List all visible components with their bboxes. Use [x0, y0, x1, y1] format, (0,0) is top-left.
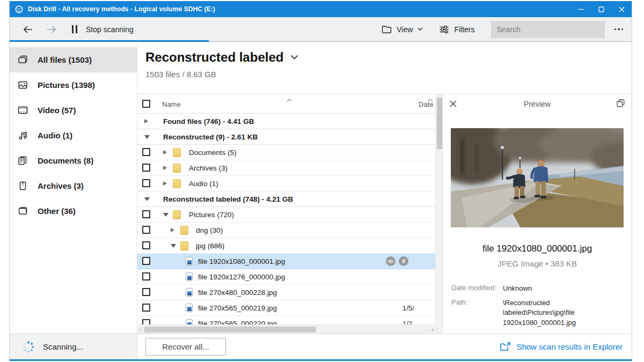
all-files-icon: [17, 54, 28, 65]
tree-group-row[interactable]: Reconstructed (9) - 2.61 KB: [137, 129, 435, 145]
horizontal-scrollbar[interactable]: ‹ ›: [137, 324, 435, 334]
sidebar-item-label: Documents (8): [38, 156, 93, 165]
row-checkbox[interactable]: [142, 288, 150, 296]
sidebar-item-label: Audio (1): [38, 131, 72, 140]
expand-arrow-icon[interactable]: [171, 228, 174, 232]
row-date: 1/5/: [402, 304, 414, 312]
files-summary: 1503 files / 8.63 GB: [145, 70, 632, 79]
sidebar-item-archives[interactable]: Archives (3): [10, 173, 137, 198]
sidebar-item-pictures[interactable]: Pictures (1398): [10, 72, 137, 98]
sort-asc-icon[interactable]: [428, 95, 433, 104]
horizontal-scrollbar-thumb[interactable]: [144, 327, 316, 333]
tree-row[interactable]: file 270x565_000219.jpg1/5/: [137, 300, 435, 316]
collapse-arrow-icon[interactable]: [144, 135, 150, 139]
sort-asc-icon[interactable]: [287, 95, 292, 104]
preview-detail-row: Path:\Reconstructed labeled\Pictures\jpg…: [451, 298, 623, 328]
detail-value: Unknown: [503, 284, 532, 293]
forward-button[interactable]: [46, 25, 57, 34]
row-label: Archives (3): [189, 164, 228, 172]
vertical-scrollbar[interactable]: [435, 94, 443, 334]
tree-row[interactable]: file 1920x1276_000000.jpg: [137, 269, 435, 285]
row-label: file 1920x1080_000001.jpg: [198, 257, 285, 265]
hash-icon[interactable]: #: [399, 256, 408, 266]
search-input[interactable]: [491, 21, 605, 38]
folder-icon: [173, 164, 181, 173]
tree-group-row[interactable]: Reconstructed labeled (748) - 4.21 GB: [137, 191, 435, 207]
name-column-header[interactable]: Name: [162, 100, 181, 108]
more-options-button[interactable]: [612, 28, 632, 31]
row-label: Documents (5): [189, 149, 237, 157]
row-checkbox[interactable]: [142, 257, 150, 265]
audio-icon: [17, 130, 28, 141]
recover-all-button[interactable]: Recover all...: [145, 338, 226, 356]
sidebar-item-audio[interactable]: Audio (1): [10, 123, 137, 148]
tree-row[interactable]: Audio (1): [137, 176, 435, 191]
row-checkbox[interactable]: [142, 148, 150, 156]
toolbar: Stop scanning View Filters: [10, 17, 632, 42]
app-window: Disk Drill - All recovery methods - Logi…: [9, 1, 632, 361]
scroll-right-arrow[interactable]: ›: [431, 327, 434, 332]
row-checkbox[interactable]: [142, 179, 150, 187]
maximize-button[interactable]: [591, 1, 611, 17]
row-checkbox[interactable]: [142, 272, 150, 280]
folder-icon: [173, 179, 181, 188]
row-checkbox[interactable]: [142, 241, 150, 249]
eye-icon[interactable]: [386, 256, 396, 266]
sidebar-item-video[interactable]: Video (57): [10, 98, 137, 123]
tree-row[interactable]: file 270x565_000220.jpg1/2: [137, 316, 435, 324]
row-checkbox[interactable]: [142, 319, 150, 324]
view-button[interactable]: View: [382, 25, 423, 34]
tree-row[interactable]: Documents (5): [137, 145, 435, 160]
filters-icon: [439, 25, 449, 34]
sidebar-item-documents[interactable]: Documents (8): [10, 148, 137, 173]
detail-label: Path:: [451, 298, 503, 328]
filters-button[interactable]: Filters: [439, 25, 474, 34]
other-icon: [17, 205, 28, 217]
row-label: file 270x480_000228.jpg: [198, 289, 277, 297]
collapse-arrow-icon[interactable]: [144, 197, 150, 201]
expand-arrow-icon[interactable]: [163, 150, 167, 154]
collapse-arrow-icon[interactable]: [163, 213, 169, 217]
row-label: Found files (746) - 4.41 GB: [163, 117, 254, 125]
scroll-left-arrow[interactable]: ‹: [139, 327, 141, 332]
chevron-down-icon: [418, 27, 423, 31]
minimize-button[interactable]: [570, 1, 591, 17]
tree-row[interactable]: Pictures (720): [137, 207, 435, 223]
select-all-checkbox[interactable]: [142, 100, 150, 108]
tree-row[interactable]: jpg (686): [137, 238, 435, 254]
disk-drill-app-icon: [14, 5, 23, 13]
row-label: file 270x565_000219.jpg: [198, 304, 277, 312]
expand-arrow-icon[interactable]: [144, 119, 148, 123]
row-checkbox[interactable]: [142, 226, 150, 234]
sidebar-item-other[interactable]: Other (36): [10, 198, 137, 224]
archives-icon: [17, 180, 28, 191]
image-file-icon: [186, 319, 193, 324]
pause-icon[interactable]: [72, 25, 77, 33]
close-button[interactable]: [611, 1, 632, 17]
row-label: Audio (1): [189, 180, 218, 188]
expand-arrow-icon[interactable]: [163, 181, 167, 186]
scan-progress-bar: [10, 40, 209, 42]
expand-arrow-icon[interactable]: [163, 166, 167, 170]
show-in-explorer-link[interactable]: Show scan results in Explorer: [500, 342, 632, 352]
collapse-arrow-icon[interactable]: [171, 244, 176, 248]
preview-file-meta: JPEG Image • 383 KB: [443, 259, 632, 268]
row-label: Pictures (720): [189, 211, 234, 219]
tree-group-row[interactable]: Found files (746) - 4.41 GB: [137, 114, 435, 129]
tree-row[interactable]: Archives (3): [137, 160, 435, 176]
tree-row[interactable]: file 1920x1080_000001.jpg#: [137, 254, 435, 269]
popout-preview-icon[interactable]: [617, 99, 625, 107]
row-checkbox[interactable]: [142, 210, 150, 218]
tree-row[interactable]: file 270x480_000228.jpg: [137, 285, 435, 300]
row-checkbox[interactable]: [142, 304, 150, 312]
sidebar-item-all-files[interactable]: All files (1503): [10, 47, 137, 72]
results-title-dropdown[interactable]: Reconstructed labeled: [145, 50, 632, 65]
stop-scanning-button[interactable]: Stop scanning: [86, 25, 134, 34]
back-button[interactable]: [23, 25, 33, 34]
row-label: Reconstructed labeled (748) - 4.21 GB: [163, 195, 293, 203]
sidebar-item-label: Archives (3): [38, 181, 84, 190]
tree-row[interactable]: dng (30): [137, 223, 435, 238]
row-checkbox[interactable]: [142, 164, 150, 172]
sidebar: All files (1503)Pictures (1398)Video (57…: [10, 42, 137, 334]
vertical-scrollbar-thumb[interactable]: [437, 98, 442, 149]
